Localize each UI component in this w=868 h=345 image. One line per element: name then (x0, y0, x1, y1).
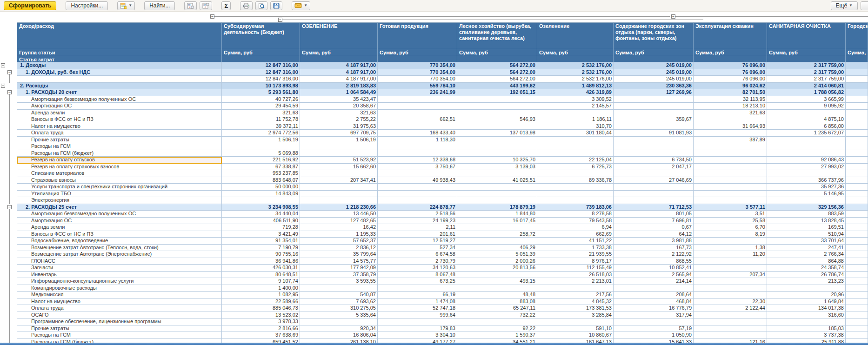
value-cell[interactable] (694, 184, 767, 191)
value-cell[interactable]: 5 069,88 (222, 150, 300, 157)
value-cell[interactable] (846, 299, 868, 305)
value-cell[interactable]: 92,22 (457, 325, 537, 332)
value-cell[interactable] (694, 332, 767, 339)
value-cell[interactable] (846, 110, 868, 117)
value-cell[interactable]: 79 543,58 (537, 218, 614, 225)
value-cell[interactable]: 3,51 (694, 211, 767, 218)
value-cell[interactable]: 31 975,63 (300, 123, 378, 130)
value-cell[interactable] (694, 143, 767, 150)
value-cell[interactable]: 230 363,36 (614, 83, 694, 90)
value-cell[interactable] (846, 292, 868, 299)
value-cell[interactable] (767, 285, 846, 292)
value-cell[interactable]: 2 000,26 (457, 258, 537, 265)
row-label-cell[interactable]: Возмещение затрат Автотранс (Теплосн, во… (17, 245, 222, 252)
value-cell[interactable] (537, 191, 614, 198)
value-cell[interactable] (846, 231, 868, 238)
value-cell[interactable] (614, 103, 694, 110)
value-cell[interactable] (846, 197, 868, 204)
value-cell[interactable]: 3 139,03 (457, 164, 537, 171)
value-cell[interactable] (300, 285, 378, 292)
value-cell[interactable]: 64,12 (614, 231, 694, 238)
value-cell[interactable]: 4 845,32 (537, 299, 614, 305)
value-cell[interactable] (846, 89, 868, 96)
value-cell[interactable]: 92 086,43 (767, 157, 846, 164)
row-label-cell[interactable]: Взносы в ФСС от НС и ПЗ (17, 116, 222, 123)
value-cell[interactable]: 80 648,51 (222, 272, 300, 279)
value-cell[interactable]: 49 938,43 (378, 177, 457, 184)
collapse-groupings-button[interactable]: ab c (200, 1, 212, 10)
value-cell[interactable]: 301 180,44 (537, 130, 614, 137)
value-cell[interactable] (846, 130, 868, 137)
value-cell[interactable]: 493,15 (457, 278, 537, 285)
row-label-cell[interactable]: Списание материалов (17, 170, 222, 177)
value-cell[interactable] (846, 123, 868, 130)
row-label-cell[interactable]: Медкомиссия (17, 292, 222, 299)
value-cell[interactable]: 999,64 (378, 312, 457, 319)
value-cell[interactable]: 1 218 230,66 (300, 204, 378, 211)
value-cell[interactable] (846, 96, 868, 103)
value-cell[interactable] (767, 150, 846, 157)
value-cell[interactable] (614, 285, 694, 292)
value-cell[interactable] (378, 197, 457, 204)
value-cell[interactable]: 329 156,36 (767, 204, 846, 211)
value-cell[interactable]: 1 489 812,13 (537, 83, 614, 90)
value-cell[interactable]: 8 278,58 (537, 211, 614, 218)
expand-groupings-button[interactable]: ab c (184, 1, 197, 10)
value-cell[interactable]: 245 019,00 (614, 62, 694, 69)
value-cell[interactable]: 34 440,04 (222, 211, 300, 218)
row-group-toggle[interactable]: − (1, 84, 5, 88)
value-cell[interactable]: 7 696,81 (614, 218, 694, 225)
value-cell[interactable] (537, 197, 614, 204)
value-cell[interactable]: 3 737,38 (767, 332, 846, 339)
value-cell[interactable]: 32 113,95 (694, 96, 767, 103)
row-group-toggle[interactable]: − (7, 205, 12, 209)
value-cell[interactable]: 1 064 584,49 (300, 89, 378, 96)
value-cell[interactable] (457, 197, 537, 204)
value-cell[interactable]: 221 516,92 (222, 157, 300, 164)
value-cell[interactable] (537, 143, 614, 150)
row-label-cell[interactable]: Информационно-консультационные услуги (17, 278, 222, 285)
row-label-cell[interactable]: Амортизация безвозмездно полученных ОС (17, 96, 222, 103)
value-cell[interactable] (846, 83, 868, 90)
value-cell[interactable]: 2 816,66 (222, 325, 300, 332)
value-cell[interactable]: 34 120,63 (378, 265, 457, 272)
value-cell[interactable]: 540,87 (300, 292, 378, 299)
value-cell[interactable]: 177 942,09 (300, 265, 378, 272)
value-cell[interactable] (846, 69, 868, 76)
value-cell[interactable] (846, 150, 868, 157)
value-cell[interactable] (846, 245, 868, 252)
value-cell[interactable]: 883,08 (457, 299, 537, 305)
value-cell[interactable]: 1 235 672,07 (767, 130, 846, 137)
value-cell[interactable]: 8,19 (694, 231, 767, 238)
value-cell[interactable]: 26 786,74 (767, 272, 846, 279)
row-label-cell[interactable]: Прочие затраты (17, 325, 222, 332)
value-cell[interactable]: 12 847 316,00 (222, 62, 300, 69)
row-group-toggle[interactable]: − (7, 90, 12, 94)
value-cell[interactable]: 5 335,64 (300, 312, 378, 319)
value-cell[interactable]: 2 122,92 (614, 251, 694, 258)
value-cell[interactable] (457, 318, 537, 325)
value-cell[interactable]: 26 518,03 (537, 272, 614, 279)
value-cell[interactable]: 65 247,11 (457, 305, 537, 312)
value-cell[interactable]: 76 096,00 (694, 69, 767, 76)
value-cell[interactable] (694, 312, 767, 319)
value-cell[interactable] (846, 143, 868, 150)
value-cell[interactable]: 5 051,39 (457, 251, 537, 258)
value-cell[interactable]: 112 155,49 (537, 265, 614, 272)
value-cell[interactable]: 82 701,50 (694, 89, 767, 96)
value-cell[interactable]: 719,28 (222, 224, 300, 231)
value-cell[interactable]: 12 338,68 (378, 157, 457, 164)
value-cell[interactable]: 426 030,31 (222, 265, 300, 272)
value-cell[interactable]: 4 875,10 (767, 116, 846, 123)
value-cell[interactable]: 6,70 (694, 224, 767, 231)
value-cell[interactable]: 37 358,79 (300, 272, 378, 279)
value-cell[interactable]: 20 813,56 (457, 265, 537, 272)
value-cell[interactable]: 4 187 917,00 (300, 69, 378, 76)
value-cell[interactable]: 510,94 (767, 231, 846, 238)
value-cell[interactable] (614, 96, 694, 103)
value-cell[interactable]: 258,72 (457, 231, 537, 238)
row-label-cell[interactable]: Расходы на ГСМ (17, 332, 222, 339)
value-cell[interactable]: 192 051,15 (457, 89, 537, 96)
value-cell[interactable]: 127 269,96 (614, 89, 694, 96)
value-cell[interactable] (694, 170, 767, 177)
